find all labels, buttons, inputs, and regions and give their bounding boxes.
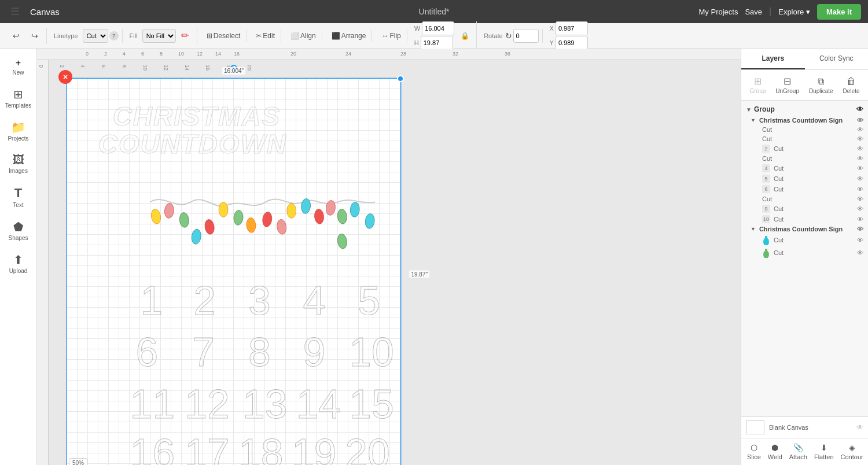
ruler-mark: 6 — [141, 51, 144, 57]
rotate-label: Rotate — [484, 32, 502, 39]
main-area: + New ⊞ Templates 📁 Projects 🖼 Images T … — [0, 49, 868, 465]
subgroup1-label: Christmas Countdown Sign — [759, 117, 854, 124]
eye-icon-7[interactable]: 👁 — [857, 186, 863, 193]
svg-point-9 — [246, 217, 256, 233]
layer-item-cut-1[interactable]: Cut 👁 — [741, 125, 868, 134]
svg-text:18: 18 — [238, 431, 284, 465]
rotate-input[interactable] — [513, 29, 539, 43]
cut-label: Cut — [762, 126, 854, 133]
blank-canvas-eye-icon[interactable]: 👁 — [856, 423, 863, 431]
subgroup2-eye-icon[interactable]: 👁 — [857, 226, 863, 232]
attach-button[interactable]: 📎 Attach — [786, 441, 811, 463]
layer-group-header[interactable]: ▼ Group 👁 — [741, 103, 868, 116]
lock-aspect-button[interactable]: 🔒 — [457, 28, 473, 44]
svg-text:16: 16 — [130, 431, 175, 465]
sidebar-item-text[interactable]: T Text — [2, 181, 35, 213]
eye-icon-4[interactable]: 👁 — [857, 155, 863, 162]
layer-item-cut-10[interactable]: 10 Cut 👁 — [741, 214, 868, 224]
subgroup2-header[interactable]: ▼ Christmas Countdown Sign 👁 — [741, 224, 868, 234]
eye-icon-9[interactable]: 👁 — [857, 205, 863, 212]
sidebar-item-images[interactable]: 🖼 Images — [2, 149, 35, 179]
fill-color-button[interactable]: ✏ — [177, 28, 193, 44]
subgroup1-eye-icon[interactable]: 👁 — [857, 117, 863, 124]
bottom-panel: ⬡ Slice ⬢ Weld 📎 Attach ⬇ Flatten ◈ Cont… — [741, 438, 868, 465]
sidebar-item-new[interactable]: + New — [2, 53, 35, 80]
contour-button[interactable]: ◈ Contour — [837, 441, 867, 463]
blank-canvas-row: Blank Canvas 👁 — [741, 416, 868, 438]
subgroup1-header[interactable]: ▼ Christmas Countdown Sign 👁 — [741, 116, 868, 125]
green-eye-icon[interactable]: 👁 — [857, 249, 863, 256]
weld-button[interactable]: ⬢ Weld — [764, 441, 786, 463]
tab-layers[interactable]: Layers — [741, 49, 805, 69]
teal-cut-label: Cut — [774, 237, 854, 243]
layer-item-cut-7[interactable]: 6 Cut 👁 — [741, 184, 868, 194]
eye-icon-10[interactable]: 👁 — [857, 216, 863, 223]
eye-icon-2[interactable]: 👁 — [857, 135, 863, 142]
linetype-help[interactable]: ? — [109, 31, 119, 40]
eye-icon-5[interactable]: 👁 — [857, 165, 863, 172]
my-projects-button[interactable]: My Projects — [699, 8, 738, 16]
undo-button[interactable]: ↩ — [8, 28, 24, 44]
layer-item-cut-4[interactable]: Cut 👁 — [741, 154, 868, 163]
teal-eye-icon[interactable]: 👁 — [857, 237, 863, 243]
size-h-input[interactable] — [421, 36, 453, 50]
align-button[interactable]: ⬜ Align — [288, 29, 318, 42]
ruler-mark: 32 — [453, 51, 458, 57]
flip-button[interactable]: ↔ Flip — [379, 29, 403, 42]
delete-action[interactable]: 🗑 Delete — [838, 74, 865, 97]
position-y-input[interactable] — [556, 36, 588, 50]
deselect-button[interactable]: ⊞ Deselect — [204, 29, 243, 42]
redo-button[interactable]: ↪ — [27, 28, 43, 44]
layer-item-cut-5[interactable]: 4 Cut 👁 — [741, 163, 868, 174]
size-w-input[interactable] — [422, 21, 454, 35]
group-eye-icon[interactable]: 👁 — [856, 105, 863, 113]
position-x-input[interactable] — [556, 21, 588, 35]
layer-item-cut-2[interactable]: Cut 👁 — [741, 134, 868, 143]
duplicate-action[interactable]: ⧉ Duplicate — [804, 74, 838, 97]
position-group: X Y — [546, 21, 591, 50]
cut-label: Cut — [774, 186, 854, 193]
ungroup-action[interactable]: ⊟ UnGroup — [771, 73, 804, 97]
sidebar-item-upload[interactable]: ⬆ Upload — [2, 248, 35, 279]
slice-button[interactable]: ⬡ Slice — [744, 441, 764, 463]
sidebar-item-shapes[interactable]: ⬟ Shapes — [2, 215, 35, 246]
eye-icon-3[interactable]: 👁 — [857, 145, 863, 152]
layer-item-teal-cut[interactable]: Cut 👁 — [741, 234, 868, 246]
blank-canvas-label: Blank Canvas — [769, 424, 852, 431]
slice-label: Slice — [747, 453, 761, 460]
svg-point-2 — [150, 208, 161, 224]
deselect-close-button[interactable]: × — [58, 70, 72, 84]
canvas-preview — [746, 420, 764, 434]
edit-button[interactable]: ✂ Edit — [253, 29, 277, 42]
ruler-mark: 8 — [160, 51, 163, 57]
layer-item-green-cut[interactable]: Cut 👁 — [741, 246, 868, 259]
rotate-icon: ↻ — [505, 31, 512, 40]
fill-select[interactable]: No Fill — [142, 29, 176, 43]
layer-num-10: 10 — [762, 215, 770, 223]
layer-item-cut-6[interactable]: 5 Cut 👁 — [741, 174, 868, 184]
eye-icon-6[interactable]: 👁 — [857, 175, 863, 182]
design-canvas[interactable]: ↻ 16.004" 19.87" × CHRISTMAS CO — [66, 78, 402, 465]
rotate-handle[interactable]: ↻ — [230, 65, 237, 72]
sidebar-item-templates[interactable]: ⊞ Templates — [2, 83, 35, 113]
make-it-button[interactable]: Make it — [817, 4, 861, 20]
eye-icon-8[interactable]: 👁 — [857, 195, 863, 202]
layer-item-cut-3[interactable]: 2 Cut 👁 — [741, 143, 868, 154]
explore-button[interactable]: Explore ▾ — [778, 8, 810, 16]
sidebar-item-projects[interactable]: 📁 Projects — [2, 116, 35, 146]
canvas-area[interactable]: 0 2 4 6 8 10 12 14 16 20 24 28 32 36 0 2… — [37, 49, 741, 465]
linetype-select[interactable]: Cut — [83, 29, 108, 43]
position-y-label: Y — [550, 39, 554, 46]
eye-icon-1[interactable]: 👁 — [857, 126, 863, 133]
menu-icon[interactable]: ☰ — [7, 3, 23, 20]
group-action[interactable]: ⊞ Group — [745, 73, 771, 97]
save-button[interactable]: Save — [745, 8, 762, 16]
ruler-mark: 20 — [290, 51, 296, 57]
layer-item-cut-8[interactable]: Cut 👁 — [741, 194, 868, 204]
ruler-mark: 0 — [86, 51, 89, 57]
arrange-button[interactable]: ⬛ Arrange — [329, 29, 369, 42]
tab-color-sync[interactable]: Color Sync — [805, 49, 869, 69]
layer-item-cut-9[interactable]: 9 Cut 👁 — [741, 204, 868, 214]
flatten-button[interactable]: ⬇ Flatten — [811, 441, 837, 463]
svg-text:1: 1 — [141, 278, 163, 323]
